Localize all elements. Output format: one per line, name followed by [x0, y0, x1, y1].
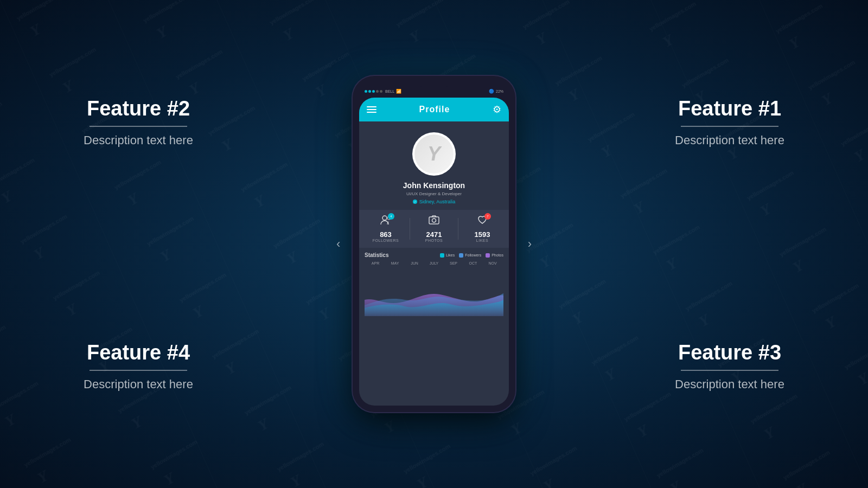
app-header: Profile ⚙ — [359, 98, 509, 121]
svg-point-11 — [382, 216, 387, 220]
chart-legend: Likes Followers Photos — [440, 253, 503, 258]
status-left: BELL 📶 — [365, 89, 401, 94]
next-screen-button[interactable]: › — [528, 237, 532, 251]
signal-dots — [365, 90, 382, 93]
profile-name: John Kensington — [403, 181, 465, 190]
phone-outer-frame: BELL 📶 🔵 22% Profile ⚙ — [353, 76, 515, 412]
profile-location: ✓ Sidney, Australia — [413, 199, 455, 204]
statistics-header: Statistics Likes Followers Photos — [365, 252, 503, 258]
month-apr: APR — [366, 261, 385, 265]
feature-1-desc: Description text here — [675, 133, 784, 147]
legend-likes-label: Likes — [446, 253, 455, 257]
feature-1-divider — [681, 126, 778, 127]
feature-3-title: Feature #3 — [678, 341, 781, 364]
followers-badge: 4 — [388, 213, 394, 220]
svg-line-9 — [651, 0, 868, 488]
feature-3-divider — [681, 370, 778, 371]
photos-icon — [429, 216, 439, 227]
profile-section: Y John Kensington UI/UX Designer & Devel… — [359, 121, 509, 210]
menu-line-1 — [367, 106, 376, 107]
menu-line-2 — [367, 109, 376, 110]
battery-label: 22% — [496, 89, 503, 93]
status-bar: BELL 📶 🔵 22% — [359, 82, 509, 98]
legend-photos-label: Photos — [492, 253, 503, 257]
svg-line-8 — [542, 0, 760, 488]
carrier-label: BELL — [385, 89, 394, 93]
month-jun: JUN — [405, 261, 424, 265]
month-nov: NOV — [483, 261, 502, 265]
bluetooth-icon: 🔵 — [489, 89, 494, 94]
feature-2-block: Feature #2 Description text here — [0, 0, 277, 244]
months-row: APR MAY JUN JULY SEP OCT NOV — [365, 261, 503, 265]
feature-1-block: Feature #1 Description text here — [591, 0, 868, 244]
feature-3-block: Feature #3 Description text here — [591, 244, 868, 488]
menu-line-3 — [367, 112, 376, 113]
feature-4-desc: Description text here — [84, 377, 193, 391]
signal-dot-2 — [368, 90, 371, 93]
feature-1-title: Feature #1 — [678, 97, 781, 120]
phone-mockup: ‹ › BELL 📶 🔵 22% — [353, 76, 515, 412]
prev-screen-button[interactable]: ‹ — [336, 237, 340, 251]
legend-dot-likes — [440, 253, 444, 258]
wifi-icon: 📶 — [396, 89, 401, 94]
likes-badge: 7 — [484, 213, 491, 220]
feature-4-block: Feature #4 Description text here — [0, 244, 277, 488]
feature-3-desc: Description text here — [675, 377, 784, 391]
signal-dot-3 — [372, 90, 375, 93]
feature-2-divider — [90, 126, 187, 127]
svg-rect-13 — [429, 217, 439, 224]
month-oct: OCT — [463, 261, 483, 265]
feature-4-title: Feature #4 — [87, 341, 190, 364]
stat-followers[interactable]: 4 863 FOLLOWERS — [362, 215, 410, 242]
stat-likes[interactable]: 7 1593 LIKES — [458, 215, 506, 242]
svg-line-10 — [760, 0, 868, 488]
statistics-section: Statistics Likes Followers Photos — [359, 248, 509, 316]
chart-svg — [365, 267, 503, 316]
month-july: JULY — [424, 261, 444, 265]
feature-4-divider — [90, 370, 187, 371]
chart-area — [365, 267, 503, 316]
likes-icon-wrap: 7 — [477, 215, 488, 228]
svg-point-14 — [432, 219, 436, 222]
legend-photos: Photos — [486, 253, 503, 258]
menu-icon[interactable] — [367, 106, 376, 113]
phone-notch — [418, 82, 450, 87]
header-title: Profile — [419, 105, 450, 114]
month-sep: SEP — [444, 261, 463, 265]
followers-count: 863 — [380, 230, 392, 239]
photos-icon-wrap — [429, 215, 439, 228]
signal-dot-1 — [365, 90, 367, 93]
stats-bar: 4 863 FOLLOWERS — [359, 210, 509, 248]
legend-dot-followers — [459, 253, 463, 258]
profile-job-title: UI/UX Designer & Developer — [406, 191, 462, 196]
legend-likes: Likes — [440, 253, 455, 258]
signal-dot-5 — [380, 90, 382, 93]
photos-label: PHOTOS — [425, 239, 443, 242]
statistics-title: Statistics — [365, 252, 388, 258]
svg-line-3 — [0, 0, 217, 488]
followers-label: FOLLOWERS — [373, 239, 399, 242]
legend-dot-photos — [486, 253, 490, 258]
avatar-container: Y — [412, 132, 456, 176]
avatar-image: Y — [414, 134, 454, 174]
photos-count: 2471 — [426, 230, 442, 239]
svg-line-4 — [108, 0, 326, 488]
likes-count: 1593 — [475, 230, 490, 239]
legend-followers: Followers — [459, 253, 481, 258]
status-right: 🔵 22% — [489, 89, 503, 94]
location-text: Sidney, Australia — [419, 199, 455, 204]
signal-dot-4 — [376, 90, 379, 93]
feature-2-desc: Description text here — [84, 133, 193, 147]
settings-icon[interactable]: ⚙ — [493, 104, 501, 115]
location-icon: ✓ — [413, 200, 417, 204]
stat-photos[interactable]: 2471 PHOTOS — [410, 215, 458, 242]
phone-screen: Profile ⚙ Y John Kensington UI/UX Design… — [359, 98, 509, 406]
likes-label: LIKES — [476, 239, 488, 242]
followers-icon-wrap: 4 — [380, 215, 391, 228]
month-may: MAY — [385, 261, 405, 265]
legend-followers-label: Followers — [465, 253, 481, 257]
avatar-placeholder: Y — [427, 143, 441, 165]
feature-2-title: Feature #2 — [87, 97, 190, 120]
